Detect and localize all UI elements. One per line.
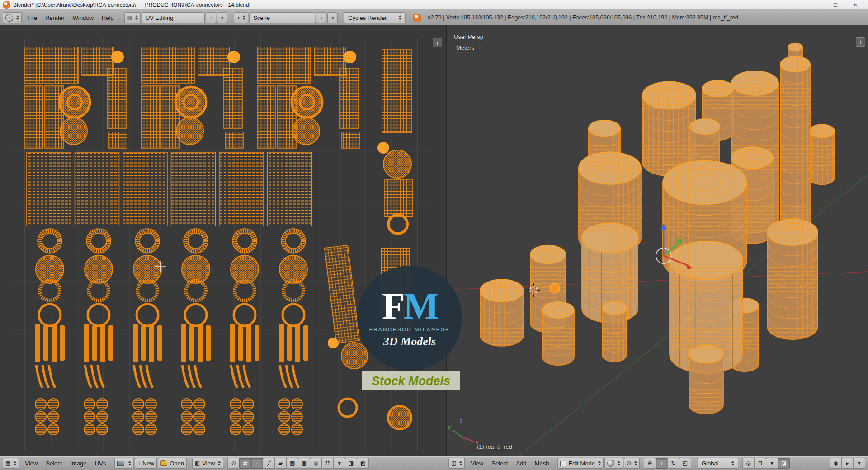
menu-help[interactable]: Help: [98, 12, 118, 23]
v3d-menu-mesh[interactable]: Mesh: [531, 458, 553, 469]
uv-editor-header: ▦ ViewSelectImageUVs + New Open ◧ View ⊙…: [0, 456, 446, 470]
uv-menu-image[interactable]: Image: [66, 458, 90, 469]
pivot-icon: ⊙: [627, 460, 631, 466]
close-button[interactable]: ×: [845, 0, 865, 9]
image-draw-mode-icon[interactable]: ◨: [345, 458, 357, 469]
svg-text:z: z: [460, 418, 462, 424]
screen-layout-add-button[interactable]: +: [206, 12, 216, 23]
proportional-edit-dropdown[interactable]: ◎: [310, 458, 322, 469]
scene-delete-button[interactable]: ×: [327, 12, 338, 23]
uv-menu-select[interactable]: Select: [42, 458, 66, 469]
v3d-menu-select[interactable]: Select: [487, 458, 512, 469]
viewport-object-info: (1) rca_tf_red: [477, 443, 512, 450]
render-icon-strip: ◉▸▾: [830, 458, 865, 469]
uv-sync-select-toggle[interactable]: ⇄: [239, 458, 251, 469]
viewport-menubar: ViewSelectAddMesh: [467, 457, 553, 470]
viewport-persp-label: User Persp: [454, 33, 483, 40]
viewport-editor-icon: ◫: [451, 460, 456, 466]
maximize-button[interactable]: □: [826, 0, 845, 9]
viewport-region-expand-button[interactable]: +: [856, 37, 865, 47]
snap-element-dropdown[interactable]: ▾: [766, 458, 778, 469]
orientation-dropdown[interactable]: Global: [698, 458, 738, 469]
editor-type-arrows: [16, 15, 19, 20]
viewport-header: ◫ ViewSelectAddMesh Edit Mode ⊙ ⊕+↻◰ Glo…: [446, 456, 868, 470]
proportional-edit-dropdown[interactable]: ◎: [742, 458, 755, 469]
viewport-shading-dropdown[interactable]: [604, 458, 623, 469]
watermark-logo: FM FRANCESCO MILANESE 3D Models: [357, 266, 462, 371]
uv-editor-mode-dropdown[interactable]: ◧ View: [192, 458, 223, 469]
sticky-select-dropdown[interactable]: ▣: [298, 458, 310, 469]
screen-layout-browse-button[interactable]: ▥: [124, 12, 141, 23]
screen-layout-delete-button[interactable]: ×: [217, 12, 227, 23]
limit-selection-toggle[interactable]: ◪: [778, 458, 790, 469]
uv-menu-view[interactable]: View: [21, 458, 42, 469]
render-engine-select[interactable]: Cycles Render: [344, 12, 406, 23]
image-icon: [117, 461, 124, 466]
editor-type-info-button[interactable]: i: [3, 12, 22, 23]
info-header: i FileRenderWindowHelp ▥ UV Editing + × …: [0, 10, 868, 25]
editor-type-uv-button[interactable]: ▦: [3, 458, 19, 469]
blender-logo-icon: [413, 14, 421, 22]
scene-browse-button[interactable]: ◑: [234, 12, 248, 23]
uv-region-expand-button[interactable]: +: [433, 38, 442, 47]
window-titlebar: Blender* [C:\Users\franc\Desktop\RCA-con…: [0, 0, 868, 10]
menu-render[interactable]: Render: [41, 12, 69, 23]
uv-menu-uvs[interactable]: UVs: [91, 458, 110, 469]
v3d-menu-view[interactable]: View: [467, 458, 487, 469]
edit-mode-icon: [560, 461, 566, 466]
svg-text:y: y: [448, 424, 451, 430]
editor-type-3d-button[interactable]: ◫: [448, 458, 465, 469]
manipulator-icon-strip: ⊕+↻◰: [644, 458, 691, 469]
manip-translate-icon[interactable]: +: [656, 458, 668, 469]
header-collapse-dropdown[interactable]: ▾: [853, 458, 865, 469]
select-vertex-icon[interactable]: ∙: [251, 458, 263, 469]
snap-magnet-toggle[interactable]: Ω: [321, 458, 334, 469]
scene-field[interactable]: Scene: [249, 12, 315, 23]
image-new-button[interactable]: + New: [135, 458, 157, 469]
snap-icon-strip: ◎Ω▾◪: [743, 458, 790, 469]
watermark-initials: FM: [382, 289, 438, 324]
window-title: Blender* [C:\Users\franc\Desktop\RCA-con…: [13, 2, 250, 8]
scene-icon: ◑: [236, 14, 240, 21]
viewport-units-label: Meters: [456, 44, 474, 51]
plus-icon: +: [137, 460, 141, 466]
pivot-center-dropdown[interactable]: ⊙: [624, 458, 640, 469]
screen-layout-icon: ▥: [127, 14, 132, 21]
scene-add-button[interactable]: +: [316, 12, 326, 23]
image-open-button[interactable]: Open: [158, 458, 187, 469]
uv-image-editor-canvas[interactable]: +: [0, 25, 446, 456]
opengl-render-image-icon[interactable]: ◉: [830, 458, 842, 469]
manip-scale-icon[interactable]: ◰: [679, 458, 691, 469]
scene-stats: v2.79 | Verts:105,132/105,132 | Edges:21…: [428, 14, 738, 21]
folder-icon: [160, 461, 167, 466]
v3d-menu-add[interactable]: Add: [512, 458, 530, 469]
blender-logo-icon: [3, 1, 10, 9]
viewport-3d-canvas[interactable]: x y z User Persp Meters (1) rca_tf_red +: [446, 25, 868, 456]
manipulator-toggle[interactable]: ⊕: [644, 458, 656, 469]
select-island-icon[interactable]: ▦: [286, 458, 298, 469]
watermark-name: FRANCESCO MILANESE: [369, 327, 450, 332]
render-slot-icon[interactable]: ◩: [357, 458, 369, 469]
view-mode-icon: ◧: [195, 460, 200, 466]
pin-icon[interactable]: ⊙: [227, 458, 240, 469]
opengl-render-anim-icon[interactable]: ▸: [841, 458, 854, 469]
image-browse-button[interactable]: [114, 458, 134, 469]
manip-rotate-icon[interactable]: ↻: [667, 458, 679, 469]
uv-editor-icon: ▦: [5, 460, 10, 466]
mode-dropdown[interactable]: Edit Mode: [557, 458, 604, 469]
uv-icon-strip: ⊙⇄∙╱▰▦▣◎Ω▾◨◩: [228, 458, 369, 469]
shading-sphere-icon: [607, 460, 614, 467]
window-controls: − □ ×: [806, 0, 865, 9]
menu-window[interactable]: Window: [69, 12, 98, 23]
select-face-icon[interactable]: ▰: [274, 458, 287, 469]
snap-magnet-toggle[interactable]: Ω: [754, 458, 766, 469]
select-edge-icon[interactable]: ╱: [263, 458, 275, 469]
info-menubar: FileRenderWindowHelp: [24, 10, 118, 25]
watermark-stock-label: Stock Models: [362, 371, 460, 390]
menu-file[interactable]: File: [24, 12, 41, 23]
uv-menubar: ViewSelectImageUVs: [21, 457, 110, 470]
minimize-button[interactable]: −: [806, 0, 826, 9]
snap-target-dropdown[interactable]: ▾: [333, 458, 345, 469]
watermark-tagline: 3D Models: [383, 335, 436, 348]
screen-layout-field[interactable]: UV Editing: [142, 12, 205, 23]
